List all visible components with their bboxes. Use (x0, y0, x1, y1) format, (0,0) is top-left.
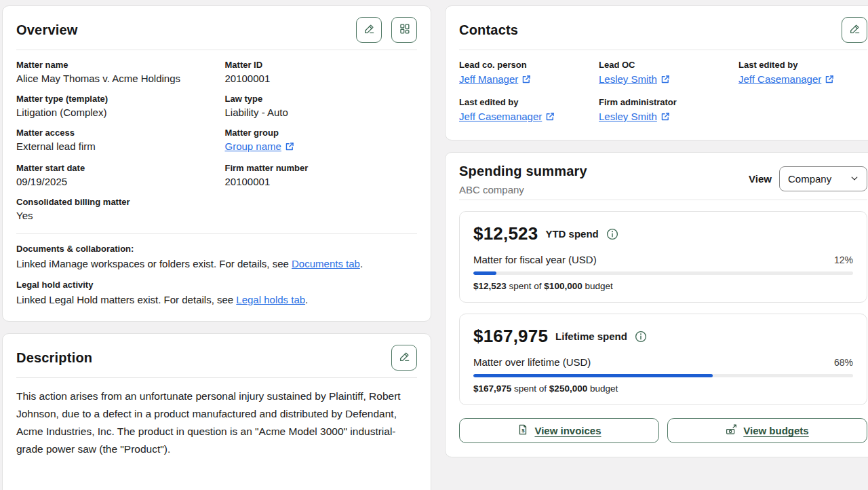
view-label: View (749, 173, 772, 185)
field-matter-access: Matter access External lead firm (16, 128, 209, 153)
external-link-icon (285, 142, 294, 153)
contact-lead-co-person: Lead co. person Jeff Manager (459, 60, 588, 86)
contact-link[interactable]: Jeff Casemanager (459, 111, 542, 122)
legal-holds-tab-link[interactable]: Legal holds tab (236, 294, 305, 305)
description-card: Description This action arises from an u… (2, 333, 431, 490)
field-matter-group: Matter group Group name (225, 128, 418, 153)
contacts-edit-button[interactable] (842, 17, 867, 43)
ytd-budget-caption: $12,523 spent of $100,000 budget (473, 281, 853, 291)
field-matter-name: Matter name Alice May Thomas v. Acme Hol… (16, 60, 209, 84)
right-column: Contacts Lead co. person Jeff Manager Le… (445, 5, 868, 457)
ytd-spend-card: $12,523 YTD spend Matter for fiscal year… (459, 211, 867, 303)
contact-link[interactable]: Jeff Manager (459, 73, 518, 85)
description-card-header: Description (16, 342, 417, 373)
lifetime-budget-caption: $167,975 spent of $250,000 budget (473, 383, 853, 394)
left-column: Overview Matter (2, 5, 431, 490)
budget-money-icon (726, 423, 738, 438)
contacts-title: Contacts (459, 22, 518, 38)
ytd-meter-label: Matter for fiscal year (USD) (473, 254, 597, 265)
lifetime-meter-label: Matter over lifetime (USD) (473, 356, 591, 368)
documents-tab-link[interactable]: Documents tab (292, 258, 360, 269)
view-budgets-button[interactable]: View budgets (667, 418, 867, 443)
legal-hold-note: Legal hold activity Linked Legal Hold ma… (16, 280, 417, 307)
ytd-period-label: YTD spend (545, 228, 598, 240)
contacts-card-header: Contacts (459, 14, 867, 45)
edit-pencil-icon (398, 350, 411, 365)
contacts-grid: Lead co. person Jeff Manager Lead OC Les… (459, 60, 867, 126)
ytd-amount: $12,523 (473, 223, 538, 244)
view-control: View Company (749, 166, 867, 191)
view-invoices-button[interactable]: $ View invoices (459, 418, 659, 443)
description-edit-button[interactable] (391, 345, 417, 371)
edit-pencil-icon (363, 22, 376, 37)
info-icon[interactable] (635, 331, 647, 343)
chevron-down-icon (850, 173, 859, 185)
field-firm-matter-number: Firm matter number 20100001 (225, 163, 418, 187)
matter-group-link[interactable]: Group name (225, 140, 281, 152)
svg-text:$: $ (522, 428, 526, 434)
contact-link[interactable]: Lesley Smith (599, 73, 657, 85)
overview-card: Overview Matter (2, 5, 431, 322)
lifetime-progress-fill (473, 374, 713, 377)
view-select-value: Company (788, 173, 831, 185)
contacts-title-divider (459, 50, 867, 50)
field-matter-id: Matter ID 20100001 (225, 60, 418, 84)
spending-card-header: Spending summary ABC company View Compan… (459, 161, 867, 195)
contact-last-edited-by-2: Last edited by Jeff Casemanager (459, 97, 588, 124)
field-matter-type: Matter type (template) Litigation (Compl… (16, 94, 209, 118)
overview-section-divider (16, 233, 417, 234)
spending-title-divider (459, 200, 867, 200)
lifetime-period-label: Lifetime spend (555, 331, 627, 342)
contact-lead-oc: Lead OC Lesley Smith (599, 60, 728, 86)
ytd-percent: 12% (834, 255, 853, 265)
spending-actions: $ View invoices View budgets (459, 418, 867, 443)
overview-title: Overview (16, 22, 78, 38)
external-link-icon (660, 75, 670, 86)
description-title: Description (16, 350, 92, 366)
matter-overview-page: Overview Matter (0, 0, 868, 490)
view-select[interactable]: Company (779, 166, 867, 191)
lifetime-spend-card: $167,975 Lifetime spend Matter over life… (459, 314, 867, 405)
lifetime-percent: 68% (834, 357, 853, 368)
contact-link[interactable]: Jeff Casemanager (738, 73, 821, 85)
edit-pencil-icon (848, 22, 861, 37)
ytd-progress-fill (473, 271, 496, 275)
lifetime-progress-bar (473, 374, 853, 377)
field-law-type: Law type Liability - Auto (225, 94, 418, 118)
overview-actions (356, 17, 417, 43)
description-title-divider (16, 377, 417, 378)
overview-title-divider (16, 50, 417, 50)
spending-summary-card: Spending summary ABC company View Compan… (445, 152, 868, 457)
contacts-card: Contacts Lead co. person Jeff Manager Le… (445, 5, 868, 140)
ytd-progress-bar (473, 271, 853, 275)
contact-link[interactable]: Lesley Smith (599, 111, 657, 122)
external-link-icon (545, 112, 555, 124)
external-link-icon (660, 112, 670, 124)
contact-firm-administrator: Firm administrator Lesley Smith (599, 97, 728, 124)
invoice-document-icon: $ (517, 423, 529, 438)
external-link-icon (521, 75, 531, 86)
overview-edit-button[interactable] (356, 17, 382, 43)
field-matter-start-date: Matter start date 09/19/2025 (16, 163, 209, 187)
spending-title: Spending summary (459, 164, 587, 179)
contact-last-edited-by: Last edited by Jeff Casemanager (738, 60, 867, 86)
overview-fields: Matter name Alice May Thomas v. Acme Hol… (16, 60, 417, 221)
documents-collaboration-note: Documents & collaboration: Linked iManag… (16, 244, 417, 271)
external-link-icon (825, 75, 834, 86)
spending-title-block: Spending summary ABC company (459, 164, 587, 195)
layout-grid-icon (398, 22, 411, 37)
description-text: This action arises from an unfortunate p… (16, 388, 417, 458)
spending-subtitle: ABC company (459, 184, 587, 195)
info-icon[interactable] (606, 228, 618, 240)
overview-layout-button[interactable] (391, 17, 417, 43)
lifetime-amount: $167,975 (473, 326, 548, 347)
overview-card-header: Overview (16, 14, 417, 45)
field-consolidated-billing: Consolidated billing matter Yes (16, 197, 209, 221)
